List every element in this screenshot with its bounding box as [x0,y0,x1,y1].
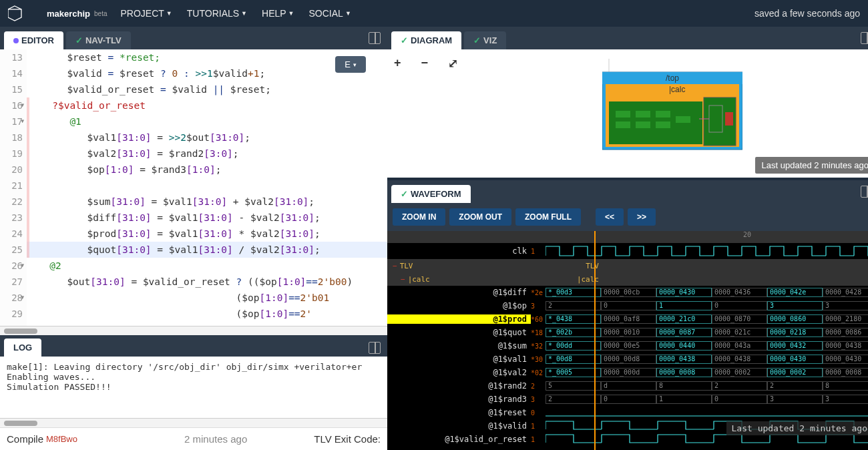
prev-button[interactable]: << [596,208,624,226]
svg-rect-14 [656,122,670,128]
zoom-in-button[interactable]: ZOOM IN [393,208,445,226]
line-gutter: 13141516▼17▼181920212223242526▼2728▼29 [0,49,27,326]
wave-row[interactable]: @1$sum*32*_00dd0000_00e50000_04400000_04… [387,339,868,353]
minus-icon: − [401,275,405,284]
wave-row[interactable]: @1$reset0 [387,406,868,419]
zoom-out-button[interactable]: ZOOM OUT [449,208,511,226]
compile-time: 2 minutes ago [184,433,247,445]
waveform-updated-badge: Last updated 2 minutes ago [726,421,869,435]
code-area[interactable]: $reset = *reset; $valid = $reset ? 0 : >… [27,49,387,326]
log-panel: LOG make[1]: Leaving directory '/src/obj… [0,335,387,450]
wave-row[interactable]: @1$rand225d8228 [387,379,868,393]
menu-social[interactable]: SOCIAL▼ [309,8,351,19]
svg-marker-0 [8,6,21,21]
tab-diagram[interactable]: ✓DIAGRAM [391,31,461,49]
waveform-view[interactable]: 20 clk 1 − TLV TLV − |calc |calc [387,231,868,450]
svg-rect-9 [616,111,630,118]
caret-icon: ▾ [353,61,357,68]
wave-row[interactable]: @1$val2*02*_00050000_000d0000_00080000_0… [387,366,868,379]
split-view-icon[interactable] [861,186,868,198]
wave-row[interactable]: @1$val1*30*_00d80000_00d80000_04380000_0… [387,353,868,366]
e-dropdown-button[interactable]: E▾ [335,56,366,73]
next-button[interactable]: >> [628,208,656,226]
dot-icon [13,38,19,43]
menu-tutorials[interactable]: TUTORIALS▼ [187,8,247,19]
exit-code-label: TLV Exit Code: [314,433,381,445]
diagram-updated-badge: Last updated 2 minutes ago [755,157,868,174]
zoom-out-icon[interactable]: − [421,56,429,171]
menu-project[interactable]: PROJECT▼ [121,8,172,19]
waveform-toolbar: ZOOM IN ZOOM OUT ZOOM FULL << >> [387,203,868,231]
tab-log[interactable]: LOG [4,339,41,357]
check-icon: ✓ [401,189,408,199]
log-footer: Compile M8fBwo 2 minutes ago TLV Exit Co… [0,427,387,450]
svg-rect-10 [636,111,650,118]
check-icon: ✓ [75,35,83,45]
svg-text:|calc: |calc [669,85,685,94]
log-output[interactable]: make[1]: Leaving directory '/src/obj_dir… [0,357,387,418]
wave-row[interactable]: @1$quot*18*_002b0000_00100000_00870000_0… [387,326,868,339]
caret-icon: ▼ [288,10,294,17]
svg-rect-17 [725,112,733,126]
menu-help[interactable]: HELP▼ [262,8,294,19]
editor-h-scrollbar[interactable] [0,326,387,335]
wave-row[interactable]: @1$diff*2e*_00d30000_00cb0000_04300000_0… [387,286,868,299]
save-status: saved a few seconds ago [754,8,860,19]
split-view-icon[interactable] [369,32,381,44]
tab-navtlv[interactable]: ✓NAV-TLV [66,31,131,49]
wave-row[interactable]: @1$prod*60*_04380000_0af80000_21c00000_0… [387,312,868,326]
diagram-svg: /top |calc [602,52,742,152]
tab-editor[interactable]: EDITOR [4,31,63,49]
split-view-icon[interactable] [861,32,868,44]
caret-icon: ▼ [166,10,172,17]
svg-rect-15 [676,116,690,123]
diagram-tabs: ✓DIAGRAM ✓VIZ [387,27,868,49]
svg-rect-12 [616,122,630,128]
svg-text:/top: /top [666,73,679,83]
check-icon: ✓ [473,35,481,45]
time-cursor[interactable] [594,231,596,450]
main-menu: PROJECT▼ TUTORIALS▼ HELP▼ SOCIAL▼ [121,8,351,19]
tab-viz[interactable]: ✓VIZ [464,31,506,49]
session-id: M8fBwo [46,434,77,444]
editor-tabs: EDITOR ✓NAV-TLV [0,27,387,49]
zoom-in-icon[interactable]: + [394,56,401,171]
time-tick-20: 20 [743,231,751,238]
split-view-icon[interactable] [369,342,381,354]
tab-waveform[interactable]: ✓WAVEFORM [391,185,471,203]
top-menubar: makerchip beta PROJECT▼ TUTORIALS▼ HELP▼… [0,0,868,27]
caret-icon: ▼ [345,10,351,17]
wave-row-clk[interactable]: clk 1 [387,243,868,259]
wave-group-tlv[interactable]: − TLV TLV [387,259,868,272]
expand-icon[interactable]: ⤢ [448,56,458,171]
diagram-view[interactable]: + − ⤢ /top |calc [387,49,868,178]
logo[interactable]: makerchip beta [8,5,107,22]
wave-row[interactable]: @1$rand33201033 [387,393,868,406]
check-icon: ✓ [401,35,408,45]
wave-group-calc[interactable]: − |calc |calc [387,272,868,286]
caret-icon: ▼ [241,10,247,17]
svg-rect-13 [636,122,650,128]
wave-row[interactable]: @1$op3201033 [387,299,868,312]
minus-icon: − [393,262,397,270]
waveform-tabs: ✓WAVEFORM [387,180,868,203]
zoom-full-button[interactable]: ZOOM FULL [515,208,581,226]
code-editor[interactable]: 13141516▼17▼181920212223242526▼2728▼29 $… [0,49,387,326]
svg-rect-11 [656,111,670,118]
log-h-scrollbar[interactable] [0,418,387,427]
compile-label: Compile [7,433,43,445]
